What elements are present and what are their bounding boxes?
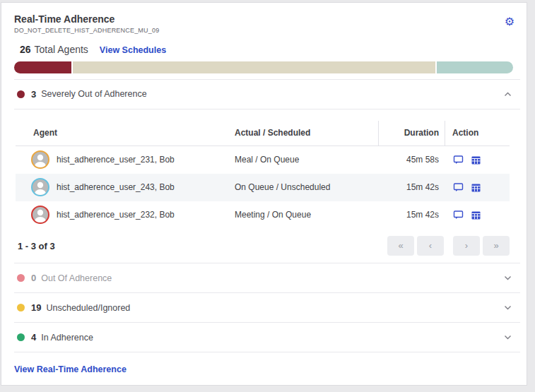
column-header-agent: Agent bbox=[16, 121, 235, 145]
avatar bbox=[31, 206, 49, 224]
severely-out-agents-table: Agent Actual / Scheduled Duration Action… bbox=[16, 121, 510, 229]
unscheduled-dot-icon bbox=[17, 304, 25, 311]
pagination-range-label: 1 - 3 of 3 bbox=[16, 241, 55, 251]
total-agents-label: Total Agents bbox=[35, 44, 88, 55]
avatar bbox=[31, 178, 49, 196]
settings-gear-icon[interactable]: ⚙ bbox=[502, 15, 517, 29]
agent-name: hist_adherence_user_232, Bob bbox=[57, 210, 175, 220]
pagination-bar: 1 - 3 of 3 « ‹ › » bbox=[16, 229, 510, 263]
next-page-button[interactable]: › bbox=[453, 236, 480, 256]
chat-icon[interactable] bbox=[453, 155, 464, 165]
management-unit-subtitle: DO_NOT_DELETE_HIST_ADHERENCE_MU_09 bbox=[14, 27, 514, 34]
chevron-down-icon bbox=[503, 273, 512, 283]
chevron-down-icon bbox=[503, 303, 512, 312]
section-out-of-adherence[interactable]: 0 Out Of Adherence bbox=[1, 263, 527, 292]
adherence-bar-segment-in-adherence bbox=[437, 61, 513, 73]
actual-scheduled-value: Meeting / On Queue bbox=[235, 210, 378, 220]
duration-value: 15m 42s bbox=[378, 210, 445, 220]
actual-scheduled-value: Meal / On Queue bbox=[235, 155, 378, 165]
first-page-button[interactable]: « bbox=[387, 236, 414, 256]
previous-page-button[interactable]: ‹ bbox=[417, 236, 444, 256]
total-agents-count: 26 bbox=[20, 44, 31, 55]
column-header-actual-scheduled: Actual / Scheduled bbox=[235, 121, 378, 145]
schedule-calendar-icon[interactable] bbox=[471, 155, 481, 165]
section-count: 19 bbox=[31, 302, 41, 313]
section-label: Severely Out of Adherence bbox=[41, 89, 146, 99]
chevron-down-icon bbox=[503, 333, 512, 342]
table-row: hist_adherence_user_231, Bob Meal / On Q… bbox=[16, 146, 510, 174]
chevron-up-icon bbox=[503, 90, 512, 99]
table-row: hist_adherence_user_243, Bob On Queue / … bbox=[16, 174, 510, 201]
section-in-adherence[interactable]: 4 In Adherence bbox=[1, 323, 527, 352]
schedule-calendar-icon[interactable] bbox=[471, 210, 481, 220]
schedule-calendar-icon[interactable] bbox=[471, 182, 481, 193]
view-schedules-link[interactable]: View Schedules bbox=[100, 45, 166, 55]
adherence-stacked-bar bbox=[14, 61, 513, 73]
table-row: hist_adherence_user_232, Bob Meeting / O… bbox=[16, 201, 510, 229]
section-unscheduled-ignored[interactable]: 19 Unscheduled/Ignored bbox=[1, 293, 527, 322]
section-count: 3 bbox=[31, 89, 36, 100]
real-time-adherence-widget: Real-Time Adherence DO_NOT_DELETE_HIST_A… bbox=[1, 2, 527, 386]
view-real-time-adherence-link[interactable]: View Real-Time Adherence bbox=[14, 364, 127, 374]
chat-icon[interactable] bbox=[453, 210, 464, 220]
widget-header: Real-Time Adherence DO_NOT_DELETE_HIST_A… bbox=[1, 3, 527, 34]
adherence-bar-segment-severely-out-of-adherence bbox=[14, 61, 71, 73]
section-label: Unscheduled/Ignored bbox=[46, 303, 130, 313]
column-header-duration: Duration bbox=[378, 121, 445, 145]
out-of-adherence-dot-icon bbox=[17, 274, 25, 282]
agents-summary: 26 Total Agents View Schedules bbox=[1, 34, 527, 55]
column-header-action: Action bbox=[445, 121, 510, 145]
section-count: 0 bbox=[31, 273, 36, 283]
divider bbox=[14, 109, 520, 109]
widget-footer: View Real-Time Adherence bbox=[1, 352, 527, 385]
chat-icon[interactable] bbox=[453, 182, 464, 193]
section-count: 4 bbox=[31, 332, 36, 343]
actual-scheduled-value: On Queue / Unscheduled bbox=[235, 182, 378, 192]
section-label: In Adherence bbox=[41, 333, 93, 343]
agent-name: hist_adherence_user_243, Bob bbox=[57, 182, 175, 192]
page-title: Real-Time Adherence bbox=[14, 13, 514, 25]
in-adherence-dot-icon bbox=[17, 333, 25, 341]
duration-value: 15m 42s bbox=[378, 182, 445, 192]
table-header-row: Agent Actual / Scheduled Duration Action bbox=[16, 121, 510, 146]
severely-out-dot-icon bbox=[17, 90, 25, 98]
last-page-button[interactable]: » bbox=[483, 236, 510, 256]
section-severely-out-of-adherence[interactable]: 3 Severely Out of Adherence bbox=[1, 80, 527, 109]
duration-value: 45m 58s bbox=[378, 155, 445, 165]
avatar bbox=[31, 150, 49, 169]
agent-name: hist_adherence_user_231, Bob bbox=[57, 155, 175, 165]
adherence-bar-segment-unscheduled-ignored bbox=[73, 61, 435, 73]
section-label: Out Of Adherence bbox=[41, 273, 112, 283]
